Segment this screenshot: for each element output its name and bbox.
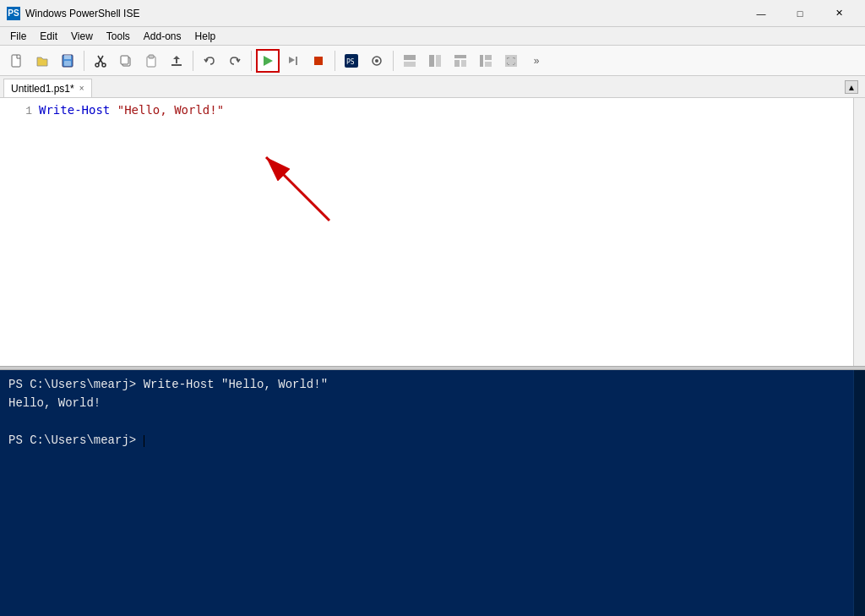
- debug-button[interactable]: [365, 49, 389, 73]
- main-container: 1Write-Host "Hello, World!" PS C:\Users\…: [0, 98, 865, 616]
- menu-tools[interactable]: Tools: [100, 29, 137, 44]
- editor-tab[interactable]: Untitled1.ps1* ×: [3, 79, 92, 97]
- svg-rect-24: [436, 55, 441, 67]
- title-bar: PS Windows PowerShell ISE — □ ✕: [0, 0, 865, 27]
- svg-rect-11: [149, 55, 154, 58]
- tab-label: Untitled1.ps1*: [11, 83, 74, 95]
- tab-close-button[interactable]: ×: [79, 84, 84, 93]
- editor-wrapper: 1Write-Host "Hello, World!": [0, 98, 865, 366]
- svg-rect-0: [12, 55, 20, 67]
- copy-button[interactable]: [114, 49, 138, 73]
- menu-bar: File Edit View Tools Add-ons Help: [0, 27, 865, 46]
- svg-rect-30: [485, 62, 492, 67]
- editor-line-1: 1Write-Host "Hello, World!": [7, 101, 858, 120]
- svg-point-6: [95, 63, 99, 67]
- minimize-button[interactable]: —: [742, 0, 781, 27]
- svg-rect-26: [454, 60, 460, 67]
- svg-rect-16: [314, 57, 323, 65]
- svg-rect-12: [171, 64, 182, 66]
- console-line-3: [8, 412, 857, 431]
- svg-point-7: [102, 63, 106, 67]
- window-title: Windows PowerShell ISE: [25, 8, 742, 19]
- svg-marker-14: [289, 57, 295, 63]
- app-icon: PS: [7, 7, 20, 20]
- window-controls: — □ ✕: [742, 0, 858, 27]
- toolbar-separator-3: [251, 51, 252, 71]
- save-button[interactable]: [56, 49, 79, 73]
- cut-button[interactable]: [89, 49, 112, 73]
- svg-rect-23: [429, 55, 434, 67]
- svg-rect-29: [485, 55, 492, 60]
- console-line-1: PS C:\Users\mearj> Write-Host "Hello, Wo…: [8, 375, 857, 394]
- menu-file[interactable]: File: [3, 29, 33, 44]
- editor-scrollbar-v[interactable]: [853, 98, 865, 366]
- toolbar-separator-1: [84, 51, 84, 71]
- console-line-4: PS C:\Users\mearj>: [8, 431, 857, 450]
- toolbar-separator-4: [335, 51, 335, 71]
- new-button[interactable]: [5, 49, 29, 73]
- maximize-button[interactable]: □: [781, 0, 819, 27]
- export-button[interactable]: [165, 49, 188, 73]
- layout5-button[interactable]: ⛶: [499, 49, 523, 73]
- console-scrollbar-v[interactable]: [853, 370, 865, 616]
- open-button[interactable]: [30, 49, 54, 73]
- svg-text:⛶: ⛶: [507, 57, 515, 66]
- run-button[interactable]: [256, 49, 280, 73]
- svg-text:PS: PS: [346, 58, 355, 66]
- layout3-button[interactable]: [449, 49, 472, 73]
- tab-bar: Untitled1.ps1* × ▲: [0, 76, 865, 98]
- redo-button[interactable]: [223, 49, 247, 73]
- run-selection-button[interactable]: [281, 49, 305, 73]
- console-pane[interactable]: PS C:\Users\mearj> Write-Host "Hello, Wo…: [0, 370, 865, 616]
- more-button[interactable]: »: [525, 49, 548, 73]
- svg-rect-28: [480, 55, 483, 67]
- line-number-1: 1: [7, 103, 32, 120]
- menu-edit[interactable]: Edit: [33, 29, 64, 44]
- toolbar-separator-2: [193, 51, 193, 71]
- svg-rect-2: [64, 55, 71, 59]
- layout1-button[interactable]: [398, 49, 422, 73]
- svg-marker-13: [264, 56, 273, 66]
- menu-view[interactable]: View: [64, 29, 100, 44]
- code-line-1: Write-Host "Hello, World!": [39, 104, 224, 117]
- close-button[interactable]: ✕: [819, 0, 858, 27]
- svg-rect-3: [64, 61, 71, 66]
- editor-content[interactable]: 1Write-Host "Hello, World!": [0, 98, 865, 366]
- toolbar: PS ⛶ »: [0, 46, 865, 76]
- console-cursor: [144, 435, 144, 447]
- layout2-button[interactable]: [423, 49, 447, 73]
- paste-button[interactable]: [139, 49, 163, 73]
- menu-help[interactable]: Help: [188, 29, 223, 44]
- open-ps-button[interactable]: PS: [340, 49, 363, 73]
- layout4-button[interactable]: [474, 49, 498, 73]
- toolbar-separator-5: [393, 51, 394, 71]
- stop-button[interactable]: [307, 49, 330, 73]
- svg-rect-27: [461, 60, 466, 67]
- console-line-2: Hello, World!: [8, 394, 857, 412]
- svg-point-20: [375, 59, 378, 63]
- svg-rect-22: [404, 62, 416, 67]
- svg-rect-25: [454, 55, 466, 58]
- menu-addons[interactable]: Add-ons: [137, 29, 188, 44]
- svg-rect-9: [121, 56, 128, 64]
- tab-scroll-button[interactable]: ▲: [845, 80, 858, 94]
- svg-rect-21: [404, 55, 416, 60]
- undo-button[interactable]: [198, 49, 221, 73]
